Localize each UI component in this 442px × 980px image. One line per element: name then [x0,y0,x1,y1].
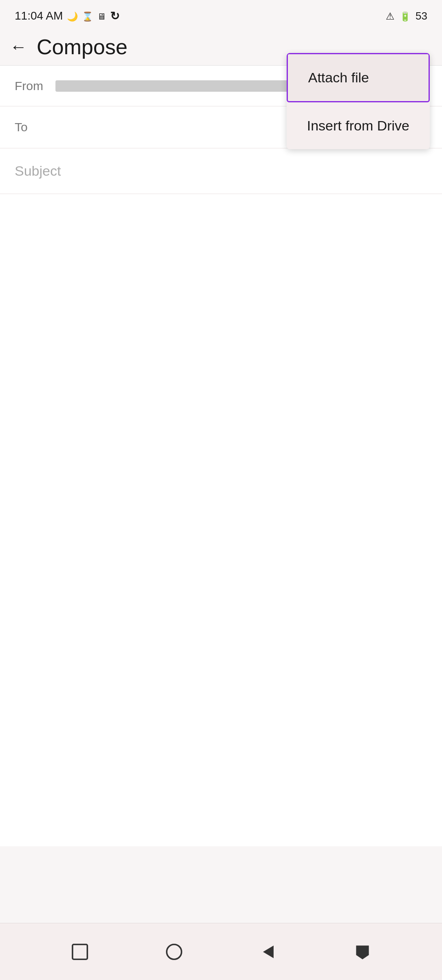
svg-marker-2 [263,945,274,958]
toolbar: ← Compose Attach file Insert from Drive [0,29,442,65]
battery-percent: 53 [415,10,427,22]
back-button[interactable]: ← [10,37,27,57]
subject-placeholder: Subject [15,163,61,179]
refresh-icon [110,9,119,23]
status-bar: 11:04 AM 53 [0,0,442,29]
status-time-group: 11:04 AM [15,9,119,23]
svg-point-1 [166,944,181,959]
hourglass-icon [82,9,93,22]
nav-home-button[interactable] [162,940,186,964]
from-label: From [15,79,55,93]
page-title: Compose [37,35,128,59]
moon-icon [67,9,78,22]
email-body[interactable] [0,194,442,846]
alert-icon [386,10,395,22]
time-display: 11:04 AM [15,9,63,22]
navigation-bar [0,923,442,980]
status-right-group: 53 [386,10,427,22]
insert-from-drive-menu-item[interactable]: Insert from Drive [287,102,430,149]
monitor-icon [97,9,106,22]
nav-back-button[interactable] [256,940,281,964]
svg-marker-3 [356,945,369,959]
battery-icon [400,10,411,22]
subject-row[interactable]: Subject [0,148,442,194]
nav-square-button[interactable] [68,940,92,964]
nav-recent-button[interactable] [350,940,375,964]
attach-file-menu-item[interactable]: Attach file [287,53,430,102]
to-label: To [15,120,55,134]
svg-rect-0 [72,944,87,959]
attachment-dropdown-menu: Attach file Insert from Drive [287,53,430,149]
